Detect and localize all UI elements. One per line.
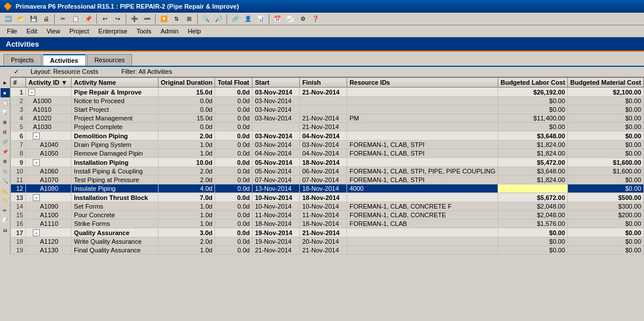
table-row[interactable]: 1-Pipe Repair & Improve15.0d0.0d03-Nov-2…	[11, 88, 644, 97]
cell-finish: 21-Nov-2014	[300, 114, 347, 123]
expand-collapse-btn[interactable]: -	[33, 229, 40, 236]
help-btn[interactable]: ❓	[310, 13, 321, 25]
table-row[interactable]: 8A1050Remove Damaged Pipin1.0d0.0d04-Nov…	[11, 149, 644, 158]
left-icon-1[interactable]: ▶	[1, 78, 10, 88]
col-header-orig-duration[interactable]: Original Duration	[158, 78, 215, 88]
table-row[interactable]: 14A1090Set Forms1.0d0.0d10-Nov-201410-No…	[11, 202, 644, 211]
table-row[interactable]: 17-Quality Assurance3.0d0.0d19-Nov-20142…	[11, 228, 644, 237]
left-icon-15[interactable]: 📝	[1, 216, 10, 225]
expand-collapse-btn[interactable]: -	[33, 194, 40, 201]
cell-budgeted-labor: $26,192.00	[498, 88, 568, 97]
col-header-activity-name[interactable]: Activity Name	[71, 78, 158, 88]
left-icon-3[interactable]: 📋	[1, 98, 10, 107]
table-row[interactable]: 12A1080Insulate Piping4.0d0.0d13-Nov-201…	[11, 184, 644, 193]
save-btn[interactable]: 💾	[28, 13, 39, 25]
left-icon-2[interactable]: ■	[1, 88, 10, 97]
table-row[interactable]: 4A1020Project Management15.0d0.0d03-Nov-…	[11, 114, 644, 123]
filter-btn[interactable]: 🔽	[158, 13, 170, 25]
cell-total-float: 0.0d	[215, 167, 253, 176]
col-header-budgeted-labor[interactable]: Budgeted Labor Cost	[498, 78, 568, 88]
settings-btn[interactable]: ⚙	[297, 13, 308, 25]
col-header-finish[interactable]: Finish	[300, 78, 347, 88]
sort-btn[interactable]: ⇅	[171, 13, 182, 25]
col-header-total-float[interactable]: Total Float	[215, 78, 253, 88]
col-header-resource-ids[interactable]: Resource IDs	[347, 78, 498, 88]
cell-activity-id: A1000	[26, 97, 71, 105]
left-icon-14[interactable]: ✏	[1, 206, 10, 215]
link-btn[interactable]: 🔗	[229, 13, 241, 25]
cut-btn[interactable]: ✂	[57, 13, 69, 25]
del-btn[interactable]: ➖	[141, 13, 153, 25]
cell-resource-ids: PM	[347, 114, 498, 123]
schedule-btn[interactable]: 📅	[272, 13, 283, 25]
table-wrapper[interactable]: # Activity ID ▼ Activity Name Original D…	[10, 77, 644, 255]
zoom-in-btn[interactable]: 🔍	[200, 13, 212, 25]
table-row[interactable]: 2A1000Notice to Proceed0.0d0.0d03-Nov-20…	[11, 97, 644, 105]
table-row[interactable]: 13-Installation Thrust Block7.0d0.0d10-N…	[11, 193, 644, 202]
left-icon-13[interactable]: 📏	[1, 196, 10, 205]
layout-label: ✓Layout: Resource Costs	[14, 68, 110, 75]
cell-budgeted-labor: $3,648.00	[498, 131, 568, 141]
copy-btn[interactable]: 📋	[70, 13, 81, 25]
redo-btn[interactable]: ↪	[112, 13, 123, 25]
cell-activity-name: Write Quality Assurance	[71, 237, 158, 246]
cell-row-num: 7	[11, 141, 26, 149]
tab-activities[interactable]: Activities	[43, 54, 86, 66]
table-row[interactable]: 3A1010Start Project0.0d0.0d03-Nov-2014$0…	[11, 105, 644, 114]
cell-activity-id: A1080	[26, 184, 71, 193]
menu-file[interactable]: File	[2, 27, 22, 36]
table-row[interactable]: 18A1120Write Quality Assurance2.0d0.0d19…	[11, 237, 644, 246]
left-icon-16[interactable]: 🗂	[1, 225, 10, 235]
table-row[interactable]: 19A1130Final Quality Assurance1.0d0.0d21…	[11, 246, 644, 255]
col-header-start[interactable]: Start	[253, 78, 300, 88]
col-header-activity-id[interactable]: Activity ID ▼	[26, 78, 71, 88]
new-btn[interactable]: 🆕	[2, 13, 14, 25]
table-row[interactable]: 10A1060Install Piping & Coupling2.0d0.0d…	[11, 167, 644, 176]
tab-projects[interactable]: Projects	[3, 54, 42, 66]
table-row[interactable]: 15A1100Pour Concrete1.0d0.0d11-Nov-20141…	[11, 211, 644, 220]
level-btn[interactable]: 📈	[284, 13, 296, 25]
print-btn[interactable]: 🖨	[40, 13, 52, 25]
left-icon-6[interactable]: ⊟	[1, 127, 10, 137]
left-icon-7[interactable]: 🔗	[1, 137, 10, 146]
table-row[interactable]: 6-Demolition Piping2.0d0.0d03-Nov-201404…	[11, 131, 644, 141]
left-icon-11[interactable]: 🔍	[1, 176, 10, 186]
cell-orig-duration: 1.0d	[158, 211, 215, 220]
table-row[interactable]: 7A1040Drain Piping System1.0d0.0d03-Nov-…	[11, 141, 644, 149]
menu-help[interactable]: Help	[183, 27, 206, 36]
left-icon-9[interactable]: ⚙	[1, 157, 10, 166]
table-row[interactable]: 16A1110Strike Forms1.0d0.0d18-Nov-201418…	[11, 220, 644, 228]
left-icon-10[interactable]: 📎	[1, 167, 10, 176]
expand-collapse-btn[interactable]: -	[33, 159, 40, 166]
menu-tools[interactable]: Tools	[132, 27, 156, 36]
expand-collapse-btn[interactable]: -	[33, 133, 40, 139]
cell-activity-name: Drain Piping System	[71, 141, 158, 149]
group-btn[interactable]: ⊞	[183, 13, 195, 25]
zoom-out-btn[interactable]: 🔎	[213, 13, 224, 25]
left-icon-8[interactable]: 📌	[1, 147, 10, 156]
menu-view[interactable]: View	[42, 27, 65, 36]
expand-collapse-btn[interactable]: -	[28, 89, 35, 96]
cell-activity-id: A1120	[26, 237, 71, 246]
add-btn[interactable]: ➕	[129, 13, 140, 25]
left-icon-12[interactable]: 📐	[1, 186, 10, 195]
menu-project[interactable]: Project	[65, 27, 93, 36]
table-row[interactable]: 9-Installation Piping10.0d0.0d05-Nov-201…	[11, 158, 644, 167]
left-icon-5[interactable]: ⊞	[1, 118, 10, 127]
undo-btn[interactable]: ↩	[99, 13, 111, 25]
baseline-btn[interactable]: 📊	[255, 13, 266, 25]
resource-btn[interactable]: 👤	[242, 13, 254, 25]
cell-activity-id: -	[26, 88, 71, 97]
cell-budgeted-labor: $0.00	[498, 237, 568, 246]
left-icon-4[interactable]: 📊	[1, 108, 10, 117]
cell-total-float: 0.0d	[215, 158, 253, 167]
menu-enterprise[interactable]: Enterprise	[94, 27, 132, 36]
open-btn[interactable]: 📂	[15, 13, 27, 25]
paste-btn[interactable]: 📌	[82, 13, 94, 25]
table-row[interactable]: 11A1070Test Piping at Pressure2.0d0.0d07…	[11, 176, 644, 184]
menu-admin[interactable]: Admin	[156, 27, 183, 36]
table-row[interactable]: 5A1030Project Complete0.0d0.0d21-Nov-201…	[11, 123, 644, 131]
tab-resources[interactable]: Resources	[87, 54, 133, 66]
menu-edit[interactable]: Edit	[22, 27, 42, 36]
col-header-budgeted-material[interactable]: Budgeted Material Cost	[568, 78, 644, 88]
